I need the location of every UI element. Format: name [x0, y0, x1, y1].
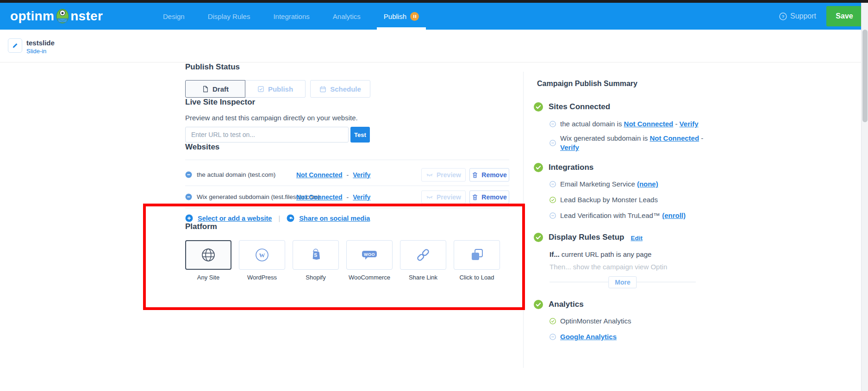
website-domain: the actual domain (test.com)	[197, 171, 275, 178]
website-row-actions: Preview Remove	[421, 190, 509, 204]
platform-shopify[interactable]: S Shopify	[293, 240, 339, 281]
google-analytics-link[interactable]: Google Analytics	[560, 333, 617, 341]
test-url-input[interactable]	[185, 127, 349, 143]
plus-circle-icon	[185, 214, 193, 222]
more-divider: More	[550, 282, 696, 282]
website-status: Not Connected - Verify	[296, 193, 370, 201]
platform-click-to-load[interactable]: Click to Load	[454, 240, 500, 281]
not-connected-link[interactable]: Not Connected	[296, 193, 343, 201]
remove-button[interactable]: Remove	[469, 168, 509, 181]
support-link[interactable]: ? Support	[779, 3, 816, 30]
tab-integrations[interactable]: Integrations	[273, 3, 309, 30]
website-links-row: Select or add a website | Share on socia…	[185, 214, 509, 222]
summary-item-text: Lead Verification with TruLead™	[560, 211, 660, 219]
verify-link[interactable]: Verify	[680, 120, 699, 128]
platform-woocommerce[interactable]: WOO WooCommerce	[346, 240, 393, 281]
website-row: the actual domain (test.com) Not Connect…	[185, 164, 509, 186]
summary-item-text: the actual domain is	[560, 120, 622, 128]
platform-picker: Any Site W WordPress S Shopify	[185, 240, 509, 281]
scrollbar[interactable]	[861, 3, 868, 391]
section-title: Analytics	[549, 300, 584, 309]
monster-icon	[55, 7, 70, 24]
status-dash: -	[347, 171, 349, 179]
summary-item: the actual domain is Not Connected - Ver…	[550, 119, 724, 129]
minus-outline-icon	[550, 212, 556, 219]
website-row-actions: Preview Remove	[421, 168, 509, 181]
summary-item: OptinMonster Analytics	[550, 317, 724, 326]
optinmonster-logo[interactable]: optinm nster	[10, 3, 103, 30]
summary-item: Wix generated subdomain is Not Connected…	[550, 134, 724, 152]
platform-label: Share Link	[409, 274, 437, 281]
draft-button[interactable]: Draft	[185, 80, 245, 98]
minus-outline-icon	[550, 140, 556, 146]
summary-item: Lead Backup by Monster Leads	[550, 195, 724, 205]
support-label: Support	[790, 12, 816, 20]
svg-text:S: S	[314, 253, 317, 258]
edit-display-rules-link[interactable]: Edit	[631, 235, 643, 242]
tab-design[interactable]: Design	[163, 3, 185, 30]
question-circle-icon: ?	[779, 12, 787, 20]
document-icon	[202, 86, 209, 93]
check-outline-icon	[550, 318, 556, 324]
platform-wordpress[interactable]: W WordPress	[239, 240, 285, 281]
sidebar-divider	[523, 72, 524, 368]
trulead-enroll-link[interactable]: (enroll)	[662, 211, 686, 219]
email-service-link[interactable]: (none)	[637, 180, 658, 188]
wordpress-icon: W	[254, 247, 270, 263]
more-button[interactable]: More	[608, 276, 637, 288]
main-nav: Design Display Rules Integrations Analyt…	[163, 3, 419, 30]
section-title: Integrations	[549, 163, 593, 172]
publish-main-panel: Publish Status Draft Publish Schedule Li…	[185, 62, 509, 281]
schedule-button[interactable]: Schedule	[310, 80, 370, 98]
section-title: Display Rules Setup	[549, 233, 624, 242]
shopify-icon: S	[308, 247, 323, 263]
summary-item: Google Analytics	[550, 332, 724, 341]
check-outline-icon	[550, 197, 556, 203]
svg-text:WOO: WOO	[364, 252, 375, 257]
platform-label: WooCommerce	[349, 274, 390, 281]
campaign-bar: testslide Slide-in	[0, 30, 868, 62]
not-connected-link[interactable]: Not Connected	[649, 134, 699, 142]
tab-publish[interactable]: Publish	[384, 3, 419, 30]
verify-link[interactable]: Verify	[560, 143, 579, 151]
minus-circle-icon	[185, 171, 192, 178]
summary-section-sites-connected: Sites Connected	[534, 102, 724, 112]
publish-status-toggle: Draft Publish Schedule	[185, 80, 509, 98]
preview-button[interactable]: Preview	[421, 190, 466, 204]
website-status: Not Connected - Verify	[296, 171, 370, 179]
preview-button[interactable]: Preview	[421, 168, 466, 181]
verify-link[interactable]: Verify	[353, 193, 370, 201]
save-button[interactable]: Save	[826, 6, 862, 26]
edit-campaign-button[interactable]	[8, 38, 22, 53]
display-rule-then: Then... show the campaign view Optin	[550, 263, 724, 271]
summary-item-text: OptinMonster Analytics	[560, 317, 631, 325]
status-dash: -	[701, 134, 703, 142]
pause-icon	[410, 12, 419, 21]
app-header: optinm nster Design Display Rules Integr…	[0, 3, 868, 30]
add-website-link[interactable]: Select or add a website	[198, 215, 272, 222]
trash-icon	[472, 193, 478, 200]
globe-icon	[200, 247, 216, 263]
trash-icon	[472, 171, 478, 178]
tab-display-rules[interactable]: Display Rules	[208, 3, 250, 30]
tab-analytics[interactable]: Analytics	[333, 3, 361, 30]
live-site-inspector-form: Test	[185, 127, 509, 143]
check-square-icon	[257, 86, 264, 93]
not-connected-link[interactable]: Not Connected	[296, 171, 343, 179]
test-button[interactable]: Test	[350, 127, 370, 143]
remove-button[interactable]: Remove	[469, 190, 509, 204]
not-connected-link[interactable]: Not Connected	[624, 120, 674, 128]
share-social-link[interactable]: Share on social media	[299, 215, 370, 222]
verify-link[interactable]: Verify	[353, 171, 370, 179]
summary-item-text: Email Marketing Service	[560, 180, 635, 188]
platform-any-site[interactable]: Any Site	[185, 240, 231, 281]
publish-button[interactable]: Publish	[245, 80, 306, 98]
draft-label: Draft	[212, 85, 229, 93]
scrollbar-thumb[interactable]	[862, 30, 868, 122]
websites-divider	[185, 160, 509, 160]
website-row: Wix generated subdomain (test.filesusr.c…	[185, 186, 509, 208]
chain-link-icon	[415, 247, 431, 263]
summary-item-text: Wix generated subdomain is	[560, 134, 648, 142]
platform-share-link[interactable]: Share Link	[400, 240, 446, 281]
click-to-load-icon	[469, 247, 485, 263]
